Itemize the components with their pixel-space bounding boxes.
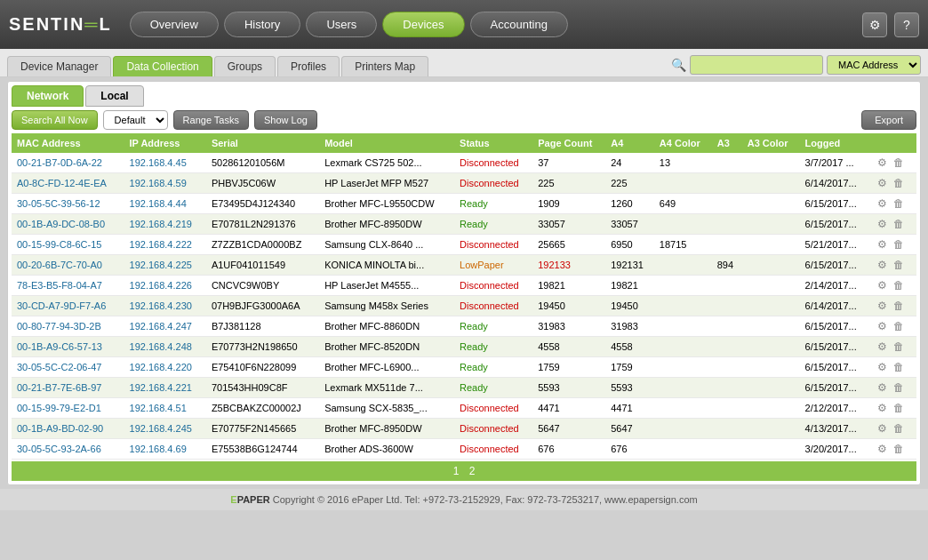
table-row[interactable]: 30-CD-A7-9D-F7-A6 192.168.4.230 07H9BJFG… xyxy=(12,296,916,316)
nav-tab-accounting[interactable]: Accounting xyxy=(470,12,568,37)
cell-ip[interactable]: 192.168.4.222 xyxy=(124,235,206,255)
cell-mac[interactable]: 78-E3-B5-F8-04-A7 xyxy=(12,276,124,296)
delete-row-icon[interactable]: 🗑 xyxy=(892,442,906,456)
cell-ip[interactable]: 192.168.4.247 xyxy=(124,316,206,337)
cell-mac[interactable]: 00-15-99-79-E2-D1 xyxy=(12,398,124,419)
subtab-groups[interactable]: Groups xyxy=(214,56,276,76)
cell-ip[interactable]: 192.168.4.45 xyxy=(124,153,206,173)
cell-ip[interactable]: 192.168.4.230 xyxy=(124,296,206,316)
table-row[interactable]: 00-21-B7-7E-6B-97 192.168.4.221 701543HH… xyxy=(12,378,916,398)
table-row[interactable]: 78-E3-B5-F8-04-A7 192.168.4.226 CNCVC9W0… xyxy=(12,276,916,296)
delete-row-icon[interactable]: 🗑 xyxy=(892,360,906,374)
delete-row-icon[interactable]: 🗑 xyxy=(892,401,906,415)
cell-ip[interactable]: 192.168.4.221 xyxy=(124,378,206,398)
delete-row-icon[interactable]: 🗑 xyxy=(892,258,906,272)
settings-row-icon[interactable]: ⚙ xyxy=(875,299,889,313)
cell-ip[interactable]: 192.168.4.225 xyxy=(124,255,206,276)
table-row[interactable]: 30-05-5C-93-2A-66 192.168.4.69 E75538B6G… xyxy=(12,439,916,460)
settings-row-icon[interactable]: ⚙ xyxy=(875,217,889,231)
table-row[interactable]: 00-1B-A9-BD-02-90 192.168.4.245 E70775F2… xyxy=(12,419,916,439)
cell-ip[interactable]: 192.168.4.59 xyxy=(124,173,206,194)
subtab-data-collection[interactable]: Data Collection xyxy=(113,56,212,76)
cell-mac[interactable]: 00-1B-A9-BD-02-90 xyxy=(12,419,124,439)
cell-mac[interactable]: 00-21-B7-0D-6A-22 xyxy=(12,153,124,173)
cell-mac[interactable]: 30-05-5C-93-2A-66 xyxy=(12,439,124,460)
settings-row-icon[interactable]: ⚙ xyxy=(875,237,889,252)
subtab-printers-map[interactable]: Printers Map xyxy=(341,56,428,76)
mac-address-dropdown[interactable]: MAC Address IP Address Serial xyxy=(827,55,921,75)
table-row[interactable]: 30-05-5C-39-56-12 192.168.4.44 E73495D4J… xyxy=(12,194,916,214)
search-input[interactable] xyxy=(690,55,823,75)
cell-ip[interactable]: 192.168.4.220 xyxy=(124,357,206,378)
settings-row-icon[interactable]: ⚙ xyxy=(875,380,889,395)
cell-mac[interactable]: 00-80-77-94-3D-2B xyxy=(12,316,124,337)
cell-ip[interactable]: 192.168.4.248 xyxy=(124,337,206,357)
delete-row-icon[interactable]: 🗑 xyxy=(892,176,906,190)
cell-ip[interactable]: 192.168.4.69 xyxy=(124,439,206,460)
network-tab[interactable]: Network xyxy=(12,85,84,107)
cell-ip[interactable]: 192.168.4.226 xyxy=(124,276,206,296)
search-icon[interactable]: 🔍 xyxy=(671,58,686,72)
settings-row-icon[interactable]: ⚙ xyxy=(875,442,889,456)
table-row[interactable]: 00-21-B7-0D-6A-22 192.168.4.45 502861201… xyxy=(12,153,916,173)
cell-mac[interactable]: 00-20-6B-7C-70-A0 xyxy=(12,255,124,276)
cell-ip[interactable]: 192.168.4.44 xyxy=(124,194,206,214)
range-tasks-button[interactable]: Range Tasks xyxy=(173,110,249,130)
table-row[interactable]: 00-1B-A9-C6-57-13 192.168.4.248 E70773H2… xyxy=(12,337,916,357)
cell-mac[interactable]: 30-CD-A7-9D-F7-A6 xyxy=(12,296,124,316)
table-row[interactable]: 00-15-99-C8-6C-15 192.168.4.222 Z7ZZB1CD… xyxy=(12,235,916,255)
settings-row-icon[interactable]: ⚙ xyxy=(875,319,889,333)
cell-mac[interactable]: A0-8C-FD-12-4E-EA xyxy=(12,173,124,194)
cell-mac[interactable]: 30-05-5C-C2-06-47 xyxy=(12,357,124,378)
cell-mac[interactable]: 00-21-B7-7E-6B-97 xyxy=(12,378,124,398)
nav-tab-users[interactable]: Users xyxy=(306,12,377,37)
settings-row-icon[interactable]: ⚙ xyxy=(875,421,889,436)
cell-mac[interactable]: 30-05-5C-39-56-12 xyxy=(12,194,124,214)
table-row[interactable]: 00-1B-A9-DC-08-B0 192.168.4.219 E70781L2… xyxy=(12,214,916,235)
settings-row-icon[interactable]: ⚙ xyxy=(875,401,889,415)
settings-row-icon[interactable]: ⚙ xyxy=(875,278,889,292)
delete-row-icon[interactable]: 🗑 xyxy=(892,196,906,211)
settings-row-icon[interactable]: ⚙ xyxy=(875,176,889,190)
settings-row-icon[interactable]: ⚙ xyxy=(875,258,889,272)
settings-row-icon[interactable]: ⚙ xyxy=(875,156,889,170)
delete-row-icon[interactable]: 🗑 xyxy=(892,237,906,252)
settings-row-icon[interactable]: ⚙ xyxy=(875,360,889,374)
subtab-profiles[interactable]: Profiles xyxy=(277,56,340,76)
cell-mac[interactable]: 00-1B-A9-DC-08-B0 xyxy=(12,214,124,235)
table-row[interactable]: A0-8C-FD-12-4E-EA 192.168.4.59 PHBVJ5C06… xyxy=(12,173,916,194)
delete-row-icon[interactable]: 🗑 xyxy=(892,278,906,292)
cell-serial: E73495D4J124340 xyxy=(206,194,319,214)
cell-ip[interactable]: 192.168.4.51 xyxy=(124,398,206,419)
delete-row-icon[interactable]: 🗑 xyxy=(892,156,906,170)
delete-row-icon[interactable]: 🗑 xyxy=(892,319,906,333)
delete-row-icon[interactable]: 🗑 xyxy=(892,380,906,395)
show-log-button[interactable]: Show Log xyxy=(254,110,317,130)
cell-mac[interactable]: 00-15-99-C8-6C-15 xyxy=(12,235,124,255)
settings-icon[interactable]: ⚙ xyxy=(862,12,887,37)
cell-ip[interactable]: 192.168.4.219 xyxy=(124,214,206,235)
local-tab[interactable]: Local xyxy=(85,85,143,107)
settings-row-icon[interactable]: ⚙ xyxy=(875,340,889,354)
help-icon[interactable]: ? xyxy=(894,12,919,37)
delete-row-icon[interactable]: 🗑 xyxy=(892,217,906,231)
export-button[interactable]: Export xyxy=(861,110,916,130)
delete-row-icon[interactable]: 🗑 xyxy=(892,340,906,354)
page-1-link[interactable]: 1 xyxy=(453,465,460,477)
cell-ip[interactable]: 192.168.4.245 xyxy=(124,419,206,439)
cell-mac[interactable]: 00-1B-A9-C6-57-13 xyxy=(12,337,124,357)
search-all-now-button[interactable]: Search All Now xyxy=(12,110,98,130)
nav-tab-devices[interactable]: Devices xyxy=(382,12,464,37)
subtab-device-manager[interactable]: Device Manager xyxy=(7,56,111,76)
page-2-link[interactable]: 2 xyxy=(469,465,476,477)
table-row[interactable]: 00-20-6B-7C-70-A0 192.168.4.225 A1UF0410… xyxy=(12,255,916,276)
table-row[interactable]: 00-80-77-94-3D-2B 192.168.4.247 B7J38112… xyxy=(12,316,916,337)
nav-tab-history[interactable]: History xyxy=(224,12,300,37)
nav-tab-overview[interactable]: Overview xyxy=(130,12,219,37)
table-row[interactable]: 30-05-5C-C2-06-47 192.168.4.220 E75410F6… xyxy=(12,357,916,378)
table-row[interactable]: 00-15-99-79-E2-D1 192.168.4.51 Z5BCBAKZC… xyxy=(12,398,916,419)
delete-row-icon[interactable]: 🗑 xyxy=(892,421,906,436)
delete-row-icon[interactable]: 🗑 xyxy=(892,299,906,313)
settings-row-icon[interactable]: ⚙ xyxy=(875,196,889,211)
default-select[interactable]: Default xyxy=(103,110,168,130)
